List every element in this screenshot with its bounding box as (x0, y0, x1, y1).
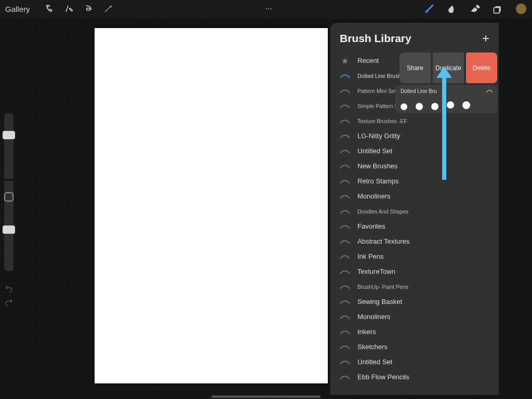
category-label: Monoliners (357, 192, 391, 200)
add-brush-set-button[interactable]: + (482, 31, 489, 46)
brush-size-slider[interactable] (4, 113, 14, 179)
brush-category-item[interactable]: Favorites (330, 219, 499, 234)
brush-category-item[interactable]: Monoliners (330, 309, 499, 324)
brush-category-item[interactable]: BrushUp- Paint Pens (330, 279, 499, 294)
color-picker[interactable] (515, 3, 527, 15)
panel-title: Brush Library (340, 32, 411, 45)
category-label: TextureTown (357, 268, 395, 275)
redo-button[interactable] (4, 297, 14, 307)
category-label: Abstract Textures (357, 237, 409, 245)
brush-category-item[interactable]: Untitled Set (330, 354, 499, 369)
svg-point-0 (265, 8, 267, 10)
brush-category-item[interactable]: Inkers (330, 324, 499, 339)
category-label: New Brushes (357, 162, 397, 170)
more-icon[interactable] (263, 4, 274, 14)
eraser-icon[interactable] (470, 4, 480, 14)
category-label: BrushUp- Paint Pens (357, 284, 408, 290)
home-indicator (211, 395, 321, 398)
adjustments-icon[interactable] (63, 4, 74, 14)
brush-category-item[interactable]: LG-Nitty Gritty (330, 128, 499, 143)
brush-category-item[interactable]: Abstract Textures (330, 234, 499, 249)
top-toolbar: Gallery (0, 0, 532, 18)
brush-category-item[interactable]: Doodles And Shapes (330, 204, 499, 219)
modify-button[interactable] (4, 192, 14, 202)
brush-opacity-handle[interactable] (3, 225, 15, 234)
brush-category-item[interactable]: Sketchers (330, 339, 499, 354)
brush-stroke-icon (486, 88, 493, 94)
category-label: Monoliners (357, 313, 391, 321)
gallery-button[interactable]: Gallery (5, 5, 30, 14)
brush-category-item[interactable]: Texture Brushes -EF (330, 113, 499, 128)
brush-preview-card[interactable]: Dotted Line Bru (395, 85, 497, 113)
svg-rect-4 (494, 8, 500, 14)
category-label: Recent (357, 57, 379, 64)
canvas[interactable] (95, 28, 328, 383)
layers-icon[interactable] (493, 4, 503, 14)
brush-name: Dotted Line Bru (401, 88, 492, 94)
brush-category-item[interactable]: Sewing Basket (330, 294, 499, 309)
actions-icon[interactable] (44, 4, 54, 14)
svg-point-1 (268, 8, 269, 10)
brush-stroke-preview (401, 103, 492, 110)
transform-icon[interactable] (103, 4, 113, 14)
category-label: Retro Stamps (357, 177, 398, 185)
brush-category-item[interactable]: Monoliners (330, 189, 499, 204)
share-button[interactable]: Share (400, 52, 431, 83)
category-label: LG-Nitty Gritty (357, 132, 400, 140)
delete-button[interactable]: Delete (466, 52, 497, 83)
undo-button[interactable] (4, 284, 14, 293)
brush-category-item[interactable]: TextureTown (330, 264, 499, 279)
category-label: Untitled Set (357, 147, 392, 155)
category-label: Texture Brushes -EF (357, 118, 407, 124)
category-label: Doodles And Shapes (357, 208, 408, 215)
category-label: Ebb Flow Pencils (357, 373, 409, 381)
category-label: Untitled Set (357, 358, 392, 366)
smudge-icon[interactable] (447, 4, 457, 14)
category-label: Sketchers (357, 343, 388, 351)
brush-category-item[interactable]: Untitled Set (330, 143, 499, 158)
selection-icon[interactable] (83, 4, 94, 14)
brush-category-item[interactable]: Retro Stamps (330, 174, 499, 189)
brush-category-item[interactable]: Ink Pens (330, 249, 499, 264)
brush-size-handle[interactable] (3, 131, 15, 139)
brush-swipe-actions: Share Duplicate Delete (400, 52, 497, 83)
brush-icon[interactable] (424, 4, 434, 14)
category-label: Sewing Basket (357, 298, 402, 305)
category-label: Inkers (357, 328, 376, 336)
category-label: Favorites (357, 222, 385, 230)
brush-category-item[interactable]: New Brushes (330, 158, 499, 174)
brush-category-item[interactable]: Ebb Flow Pencils (330, 369, 499, 384)
duplicate-button[interactable]: Duplicate (433, 52, 464, 83)
category-label: Ink Pens (357, 252, 384, 260)
svg-point-2 (270, 8, 272, 10)
